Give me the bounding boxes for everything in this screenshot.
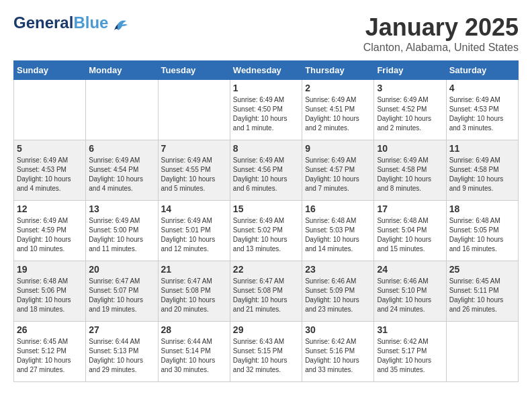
calendar-cell: 5Sunrise: 6:49 AM Sunset: 4:53 PM Daylig… bbox=[14, 140, 86, 201]
day-info: Sunrise: 6:49 AM Sunset: 4:57 PM Dayligh… bbox=[305, 156, 371, 193]
calendar-cell: 29Sunrise: 6:43 AM Sunset: 5:15 PM Dayli… bbox=[230, 322, 302, 382]
calendar-cell: 22Sunrise: 6:47 AM Sunset: 5:08 PM Dayli… bbox=[230, 261, 302, 322]
calendar-week-row: 12Sunrise: 6:49 AM Sunset: 4:59 PM Dayli… bbox=[14, 201, 519, 261]
day-info: Sunrise: 6:49 AM Sunset: 4:58 PM Dayligh… bbox=[449, 156, 515, 193]
calendar-cell bbox=[86, 80, 158, 140]
calendar-cell: 27Sunrise: 6:44 AM Sunset: 5:13 PM Dayli… bbox=[86, 322, 158, 382]
logo-bird-icon bbox=[113, 18, 129, 33]
day-number: 20 bbox=[89, 264, 154, 275]
day-info: Sunrise: 6:49 AM Sunset: 4:58 PM Dayligh… bbox=[377, 156, 443, 193]
day-number: 13 bbox=[89, 203, 154, 214]
calendar-cell: 24Sunrise: 6:46 AM Sunset: 5:10 PM Dayli… bbox=[374, 261, 446, 322]
day-number: 30 bbox=[305, 324, 371, 335]
calendar-cell: 7Sunrise: 6:49 AM Sunset: 4:55 PM Daylig… bbox=[158, 140, 230, 201]
day-info: Sunrise: 6:45 AM Sunset: 5:11 PM Dayligh… bbox=[449, 277, 515, 314]
day-number: 25 bbox=[449, 264, 515, 275]
calendar-week-row: 1Sunrise: 6:49 AM Sunset: 4:50 PM Daylig… bbox=[14, 80, 519, 140]
day-info: Sunrise: 6:49 AM Sunset: 4:53 PM Dayligh… bbox=[449, 95, 515, 133]
calendar-cell bbox=[158, 80, 230, 140]
day-number: 3 bbox=[377, 83, 443, 93]
day-number: 4 bbox=[449, 83, 515, 93]
day-number: 18 bbox=[449, 203, 515, 214]
day-number: 14 bbox=[161, 203, 227, 214]
day-info: Sunrise: 6:49 AM Sunset: 5:01 PM Dayligh… bbox=[161, 216, 227, 254]
logo-blue: Blue bbox=[73, 13, 108, 32]
day-number: 11 bbox=[449, 143, 515, 154]
calendar-cell: 2Sunrise: 6:49 AM Sunset: 4:51 PM Daylig… bbox=[302, 80, 374, 140]
day-info: Sunrise: 6:49 AM Sunset: 4:52 PM Dayligh… bbox=[377, 95, 443, 133]
day-number: 24 bbox=[377, 264, 443, 275]
location: Clanton, Alabama, United States bbox=[363, 42, 519, 54]
day-number: 7 bbox=[161, 143, 227, 154]
day-info: Sunrise: 6:46 AM Sunset: 5:10 PM Dayligh… bbox=[377, 277, 443, 314]
day-info: Sunrise: 6:43 AM Sunset: 5:15 PM Dayligh… bbox=[233, 337, 299, 375]
calendar-week-row: 26Sunrise: 6:45 AM Sunset: 5:12 PM Dayli… bbox=[14, 322, 519, 382]
day-info: Sunrise: 6:48 AM Sunset: 5:04 PM Dayligh… bbox=[377, 216, 443, 254]
day-info: Sunrise: 6:49 AM Sunset: 4:55 PM Dayligh… bbox=[161, 156, 227, 193]
day-number: 26 bbox=[17, 324, 83, 335]
day-number: 10 bbox=[377, 143, 443, 154]
calendar-cell: 23Sunrise: 6:46 AM Sunset: 5:09 PM Dayli… bbox=[302, 261, 374, 322]
calendar-cell: 30Sunrise: 6:42 AM Sunset: 5:16 PM Dayli… bbox=[302, 322, 374, 382]
day-info: Sunrise: 6:44 AM Sunset: 5:13 PM Dayligh… bbox=[89, 337, 154, 375]
day-info: Sunrise: 6:49 AM Sunset: 4:54 PM Dayligh… bbox=[89, 156, 154, 193]
day-info: Sunrise: 6:44 AM Sunset: 5:14 PM Dayligh… bbox=[161, 337, 227, 375]
calendar-cell: 21Sunrise: 6:47 AM Sunset: 5:08 PM Dayli… bbox=[158, 261, 230, 322]
calendar-cell: 12Sunrise: 6:49 AM Sunset: 4:59 PM Dayli… bbox=[14, 201, 86, 261]
day-info: Sunrise: 6:49 AM Sunset: 5:00 PM Dayligh… bbox=[89, 216, 154, 254]
calendar-cell: 20Sunrise: 6:47 AM Sunset: 5:07 PM Dayli… bbox=[86, 261, 158, 322]
weekday-header-saturday: Saturday bbox=[446, 61, 518, 80]
day-number: 5 bbox=[17, 143, 83, 154]
day-number: 9 bbox=[305, 143, 371, 154]
day-info: Sunrise: 6:49 AM Sunset: 5:02 PM Dayligh… bbox=[233, 216, 299, 254]
logo: GeneralBlue bbox=[13, 13, 129, 33]
calendar-cell bbox=[14, 80, 86, 140]
day-number: 1 bbox=[233, 83, 299, 93]
day-number: 6 bbox=[89, 143, 154, 154]
weekday-header-thursday: Thursday bbox=[302, 61, 374, 80]
calendar-week-row: 19Sunrise: 6:48 AM Sunset: 5:06 PM Dayli… bbox=[14, 261, 519, 322]
calendar-cell: 6Sunrise: 6:49 AM Sunset: 4:54 PM Daylig… bbox=[86, 140, 158, 201]
calendar-cell: 19Sunrise: 6:48 AM Sunset: 5:06 PM Dayli… bbox=[14, 261, 86, 322]
day-number: 21 bbox=[161, 264, 227, 275]
day-info: Sunrise: 6:47 AM Sunset: 5:08 PM Dayligh… bbox=[161, 277, 227, 314]
day-info: Sunrise: 6:42 AM Sunset: 5:16 PM Dayligh… bbox=[305, 337, 371, 375]
calendar-cell: 26Sunrise: 6:45 AM Sunset: 5:12 PM Dayli… bbox=[14, 322, 86, 382]
weekday-header-friday: Friday bbox=[374, 61, 446, 80]
day-info: Sunrise: 6:49 AM Sunset: 4:59 PM Dayligh… bbox=[17, 216, 83, 254]
calendar-cell: 17Sunrise: 6:48 AM Sunset: 5:04 PM Dayli… bbox=[374, 201, 446, 261]
day-info: Sunrise: 6:48 AM Sunset: 5:06 PM Dayligh… bbox=[17, 277, 83, 314]
calendar-cell: 31Sunrise: 6:42 AM Sunset: 5:17 PM Dayli… bbox=[374, 322, 446, 382]
day-number: 29 bbox=[233, 324, 299, 335]
weekday-header-row: SundayMondayTuesdayWednesdayThursdayFrid… bbox=[14, 61, 519, 80]
calendar-cell: 1Sunrise: 6:49 AM Sunset: 4:50 PM Daylig… bbox=[230, 80, 302, 140]
calendar-cell: 3Sunrise: 6:49 AM Sunset: 4:52 PM Daylig… bbox=[374, 80, 446, 140]
logo-general: General bbox=[13, 13, 73, 32]
day-number: 2 bbox=[305, 83, 371, 93]
calendar-cell: 15Sunrise: 6:49 AM Sunset: 5:02 PM Dayli… bbox=[230, 201, 302, 261]
calendar-cell: 25Sunrise: 6:45 AM Sunset: 5:11 PM Dayli… bbox=[446, 261, 518, 322]
calendar-cell: 8Sunrise: 6:49 AM Sunset: 4:56 PM Daylig… bbox=[230, 140, 302, 201]
day-number: 8 bbox=[233, 143, 299, 154]
calendar-cell bbox=[446, 322, 518, 382]
day-number: 19 bbox=[17, 264, 83, 275]
day-info: Sunrise: 6:46 AM Sunset: 5:09 PM Dayligh… bbox=[305, 277, 371, 314]
day-info: Sunrise: 6:48 AM Sunset: 5:05 PM Dayligh… bbox=[449, 216, 515, 254]
day-info: Sunrise: 6:49 AM Sunset: 4:53 PM Dayligh… bbox=[17, 156, 83, 193]
weekday-header-tuesday: Tuesday bbox=[158, 61, 230, 80]
calendar-cell: 28Sunrise: 6:44 AM Sunset: 5:14 PM Dayli… bbox=[158, 322, 230, 382]
calendar-cell: 4Sunrise: 6:49 AM Sunset: 4:53 PM Daylig… bbox=[446, 80, 518, 140]
calendar-week-row: 5Sunrise: 6:49 AM Sunset: 4:53 PM Daylig… bbox=[14, 140, 519, 201]
day-number: 12 bbox=[17, 203, 83, 214]
day-info: Sunrise: 6:47 AM Sunset: 5:08 PM Dayligh… bbox=[233, 277, 299, 314]
calendar-cell: 14Sunrise: 6:49 AM Sunset: 5:01 PM Dayli… bbox=[158, 201, 230, 261]
calendar-cell: 9Sunrise: 6:49 AM Sunset: 4:57 PM Daylig… bbox=[302, 140, 374, 201]
weekday-header-monday: Monday bbox=[86, 61, 158, 80]
day-number: 16 bbox=[305, 203, 371, 214]
calendar-cell: 16Sunrise: 6:48 AM Sunset: 5:03 PM Dayli… bbox=[302, 201, 374, 261]
day-number: 27 bbox=[89, 324, 154, 335]
calendar-table: SundayMondayTuesdayWednesdayThursdayFrid… bbox=[13, 60, 519, 382]
day-info: Sunrise: 6:49 AM Sunset: 4:51 PM Dayligh… bbox=[305, 95, 371, 133]
day-info: Sunrise: 6:49 AM Sunset: 4:56 PM Dayligh… bbox=[233, 156, 299, 193]
day-number: 28 bbox=[161, 324, 227, 335]
